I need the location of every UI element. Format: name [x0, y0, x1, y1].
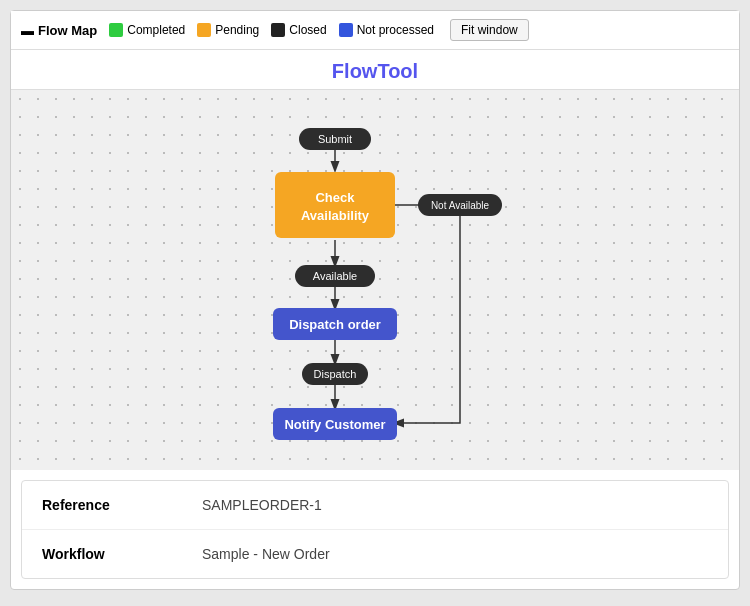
svg-text:Available: Available	[313, 270, 357, 282]
closed-label: Closed	[289, 23, 326, 37]
legend-item-closed: Closed	[271, 23, 326, 37]
svg-text:Availability: Availability	[301, 208, 370, 223]
closed-dot	[271, 23, 285, 37]
flow-diagram-svg: Submit Check Availability Available Disp…	[125, 110, 625, 450]
flow-title: FlowTool	[332, 60, 418, 82]
workflow-label: Workflow	[42, 546, 202, 562]
flow-title-bar: FlowTool	[11, 50, 739, 90]
workflow-value: Sample - New Order	[202, 546, 330, 562]
svg-rect-7	[275, 172, 395, 238]
svg-text:Dispatch order: Dispatch order	[289, 317, 381, 332]
flow-map-icon: ▬	[21, 23, 34, 38]
svg-text:Submit: Submit	[318, 133, 352, 145]
legend-title-text: Flow Map	[38, 23, 97, 38]
reference-label: Reference	[42, 497, 202, 513]
info-row-reference: Reference SAMPLEORDER-1	[22, 481, 728, 530]
svg-text:Not Available: Not Available	[431, 200, 490, 211]
not-processed-dot	[339, 23, 353, 37]
pending-label: Pending	[215, 23, 259, 37]
pending-dot	[197, 23, 211, 37]
flow-diagram-area: Submit Check Availability Available Disp…	[11, 90, 739, 470]
legend-item-not-processed: Not processed	[339, 23, 434, 37]
legend-bar: ▬ Flow Map Completed Pending Closed Not …	[11, 11, 739, 50]
not-processed-label: Not processed	[357, 23, 434, 37]
legend-title: ▬ Flow Map	[21, 23, 97, 38]
legend-item-completed: Completed	[109, 23, 185, 37]
svg-text:Notify Customer: Notify Customer	[284, 417, 385, 432]
fit-window-button[interactable]: Fit window	[450, 19, 529, 41]
legend-item-pending: Pending	[197, 23, 259, 37]
completed-dot	[109, 23, 123, 37]
info-row-workflow: Workflow Sample - New Order	[22, 530, 728, 578]
completed-label: Completed	[127, 23, 185, 37]
svg-text:Dispatch: Dispatch	[314, 368, 357, 380]
svg-text:Check: Check	[315, 190, 355, 205]
main-container: ▬ Flow Map Completed Pending Closed Not …	[10, 10, 740, 590]
info-section: Reference SAMPLEORDER-1 Workflow Sample …	[21, 480, 729, 579]
reference-value: SAMPLEORDER-1	[202, 497, 322, 513]
